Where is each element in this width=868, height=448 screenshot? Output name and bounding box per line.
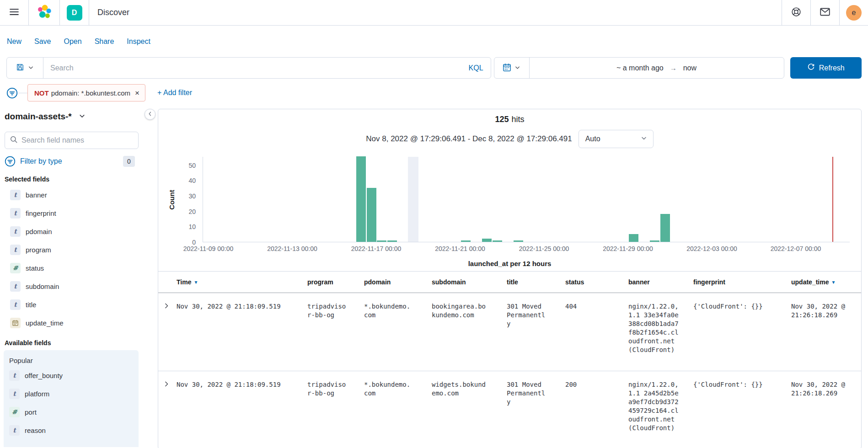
elastic-home-button[interactable]: [29, 0, 59, 25]
field-item-reason[interactable]: treason: [4, 421, 139, 439]
column-header-time[interactable]: Time▼: [177, 278, 307, 286]
field-item-program[interactable]: tprogram: [5, 240, 158, 259]
chevron-down-icon: [78, 112, 86, 121]
field-search-input[interactable]: [21, 136, 134, 144]
histogram-bar[interactable]: [387, 240, 397, 242]
menu-item-share[interactable]: Share: [95, 37, 114, 46]
x-axis-tick-label: 2022-11-25 00:00: [519, 245, 569, 252]
histogram-header: Nov 8, 2022 @ 17:29:06.491 - Dec 8, 2022…: [158, 130, 861, 148]
field-item-offer_bounty[interactable]: toffer_bounty: [4, 366, 139, 384]
selected-fields-heading: Selected fields: [5, 176, 158, 183]
histogram-bar[interactable]: [493, 240, 502, 242]
field-item-subdomain[interactable]: tsubdomain: [5, 277, 158, 295]
index-pattern-name: domain-assets-*: [5, 112, 72, 122]
space-selector-button[interactable]: D: [60, 0, 89, 25]
saved-query-menu-button[interactable]: [7, 58, 43, 78]
main-area: 125 hits Nov 8, 2022 @ 17:29:06.491 - De…: [158, 105, 868, 447]
x-axis-tick-label: 2022-12-03 00:00: [686, 245, 737, 252]
user-avatar[interactable]: e: [846, 5, 862, 21]
filter-options-button[interactable]: [6, 87, 18, 99]
field-item-banner[interactable]: tbanner: [5, 186, 158, 204]
sort-desc-icon[interactable]: ▼: [831, 280, 836, 285]
histogram-bar[interactable]: [650, 240, 659, 242]
expand-row-button[interactable]: [163, 380, 170, 388]
histogram-bar[interactable]: [660, 214, 670, 242]
column-header-fingerprint[interactable]: fingerprint: [693, 278, 791, 286]
histogram-bar[interactable]: [356, 156, 366, 242]
help-button[interactable]: [782, 0, 810, 25]
field-name: pdomain: [26, 228, 52, 235]
field-item-title[interactable]: ttitle: [5, 295, 158, 314]
field-name: fingerprint: [26, 209, 56, 217]
field-item-status[interactable]: #status: [5, 259, 158, 277]
field-item-port[interactable]: #port: [4, 403, 139, 421]
histogram-bar[interactable]: [629, 234, 638, 242]
cell-status: 200: [565, 380, 628, 432]
newsfeed-button[interactable]: [811, 0, 839, 25]
histogram-bar[interactable]: [461, 240, 471, 242]
top-header: D Discover e: [0, 0, 868, 26]
column-header-subdomain[interactable]: subdomain: [432, 278, 507, 286]
column-header-update_time[interactable]: update_time▼: [791, 278, 857, 286]
x-axis-tick-label: 2022-11-09 00:00: [183, 245, 234, 252]
menu-item-open[interactable]: Open: [64, 37, 81, 46]
cell-time: Nov 30, 2022 @ 21:18:09.519: [177, 302, 307, 354]
sort-desc-icon[interactable]: ▼: [193, 280, 198, 285]
histogram-bar[interactable]: [377, 240, 386, 242]
cell-title: 301 Moved Permanently: [507, 302, 565, 354]
menu-item-new[interactable]: New: [7, 37, 21, 46]
field-name: status: [26, 264, 44, 272]
field-type-string-icon: t: [9, 425, 20, 436]
cell-update_time: Nov 30, 2022 @ 21:26:18.269: [791, 380, 857, 432]
filter-pill[interactable]: NOT pdomain: *.bokuntest.com ×: [27, 84, 145, 101]
lifebuoy-help-icon: [791, 7, 801, 18]
elastic-logo-icon: [37, 4, 52, 21]
histogram-bar[interactable]: [482, 239, 492, 242]
filter-by-type-button[interactable]: Filter by type 0: [5, 155, 135, 167]
date-quick-select-button[interactable]: [494, 58, 530, 78]
filter-circle-icon: [5, 156, 16, 167]
field-item-update_time[interactable]: update_time: [5, 314, 158, 332]
refresh-button[interactable]: Refresh: [790, 57, 862, 79]
cell-subdomain: bookingarea.bokundemo.com: [432, 302, 507, 354]
column-header-label: subdomain: [432, 278, 466, 286]
histogram-bar[interactable]: [514, 240, 523, 242]
field-name: banner: [26, 191, 47, 199]
column-header-label: status: [565, 278, 584, 286]
query-language-button[interactable]: KQL: [469, 58, 491, 78]
selected-fields-list: tbannertfingerprinttpdomaintprogram#stat…: [5, 186, 158, 332]
column-header-pdomain[interactable]: pdomain: [364, 278, 432, 286]
collapse-sidebar-button[interactable]: [145, 109, 155, 120]
menu-item-inspect[interactable]: Inspect: [127, 37, 150, 46]
date-range-start[interactable]: ~ a month ago: [616, 64, 664, 72]
mail-envelope-icon: [820, 6, 830, 19]
field-name: update_time: [26, 319, 64, 327]
filter-negate-label: NOT: [34, 89, 49, 97]
column-header-status[interactable]: status: [565, 278, 628, 286]
menu-item-save[interactable]: Save: [34, 37, 51, 46]
field-item-platform[interactable]: tplatform: [4, 384, 139, 403]
column-header-program[interactable]: program: [307, 278, 364, 286]
expand-row-button[interactable]: [163, 302, 170, 309]
interval-select[interactable]: Auto: [579, 130, 654, 148]
column-header-banner[interactable]: banner: [628, 278, 693, 286]
cell-title: 301 Moved Permanently: [507, 380, 565, 432]
histogram-bar[interactable]: [367, 188, 376, 242]
chevron-down-icon: [27, 64, 34, 72]
add-filter-button[interactable]: + Add filter: [157, 89, 192, 97]
search-input[interactable]: [43, 58, 469, 78]
remove-filter-icon[interactable]: ×: [135, 89, 139, 97]
date-range-end[interactable]: now: [683, 64, 697, 72]
field-type-string-icon: t: [10, 281, 21, 292]
field-item-fingerprint[interactable]: tfingerprint: [5, 204, 158, 222]
field-item-pdomain[interactable]: tpdomain: [5, 222, 158, 240]
header-left: D Discover: [0, 0, 129, 25]
index-pattern-switcher[interactable]: domain-assets-*: [5, 110, 158, 123]
histogram-chart[interactable]: Count 2022-11-09 00:002022-11-13 00:0020…: [203, 157, 850, 242]
hamburger-menu-button[interactable]: [0, 0, 28, 25]
x-axis-tick-label: 2022-12-07 00:00: [771, 245, 821, 252]
cell-pdomain: *.bokundemo.com: [364, 302, 432, 354]
chevron-down-icon: [640, 134, 648, 144]
field-name: reason: [25, 427, 46, 434]
column-header-title[interactable]: title: [507, 278, 565, 286]
